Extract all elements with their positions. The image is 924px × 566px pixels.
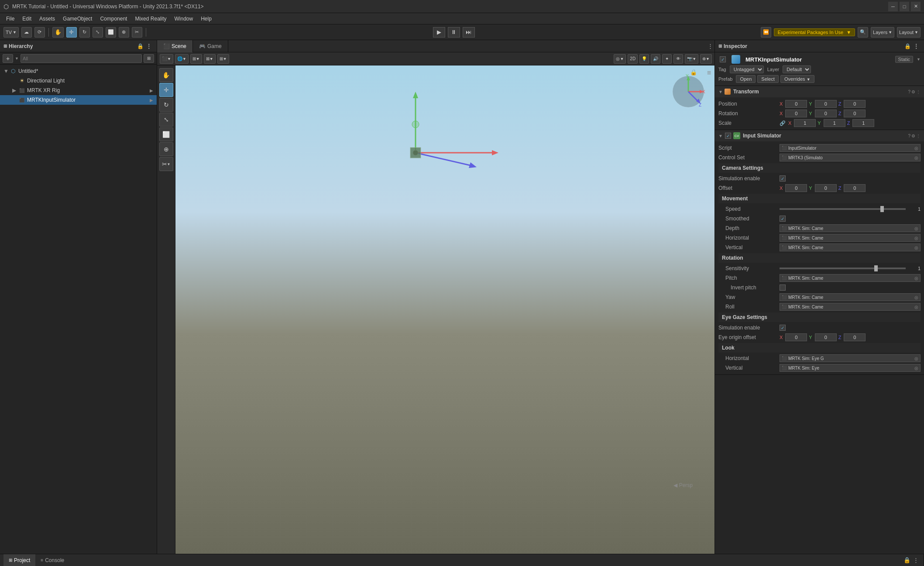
scene-2d-button[interactable]: 2D xyxy=(628,54,638,64)
menu-mixed-reality[interactable]: Mixed Reality xyxy=(131,15,170,23)
side-rect-btn[interactable]: ⬜ xyxy=(159,127,173,141)
static-badge[interactable]: Static xyxy=(895,56,914,63)
scene-fx-button[interactable]: ✦ xyxy=(662,54,672,64)
eye-z-input[interactable] xyxy=(844,333,866,341)
layout-dropdown[interactable]: Layout ▼ xyxy=(897,27,921,38)
static-dropdown-arrow[interactable]: ▼ xyxy=(917,57,921,62)
project-menu-button[interactable]: ⋮ xyxy=(911,556,920,565)
scene-extra-dropdown[interactable]: ⊕ ▼ xyxy=(700,54,712,64)
scene-grid-dropdown[interactable]: ⊞ ▼ xyxy=(217,54,229,64)
close-button[interactable]: ✕ xyxy=(911,2,921,11)
horizontal-link[interactable]: ⬛ MRTK Sim: Came ◎ xyxy=(780,234,921,242)
scene-shading-dropdown[interactable]: ⬛ ▼ xyxy=(160,54,173,64)
look-vert-link[interactable]: ⬛ MRTK Sim: Eye ◎ xyxy=(780,364,921,372)
input-sim-header[interactable]: ▼ C# Input Simulator ? ⚙ ⋮ xyxy=(715,130,924,141)
menu-window[interactable]: Window xyxy=(171,15,196,23)
side-move-btn[interactable]: ✛ xyxy=(159,83,173,97)
side-all-btn[interactable]: ⊕ xyxy=(159,142,173,156)
layers-dropdown[interactable]: Layers ▼ xyxy=(871,27,894,38)
side-custom-btn[interactable]: ✂ ▼ xyxy=(159,157,173,171)
pos-z-input[interactable] xyxy=(844,100,866,108)
play-button[interactable]: ▶ xyxy=(433,27,445,38)
tab-console[interactable]: ≡ Console xyxy=(35,554,69,566)
scene-3d-dropdown[interactable]: 🌐 ▼ xyxy=(175,54,189,64)
transform-move-tool[interactable]: ✛ xyxy=(66,27,77,38)
transform-all-tool[interactable]: ⊕ xyxy=(119,27,129,38)
step-button[interactable]: ⏭ xyxy=(463,27,475,38)
custom-tool[interactable]: ✂ xyxy=(132,27,142,38)
offset-y-input[interactable] xyxy=(815,184,837,192)
scene-snap-dropdown[interactable]: ⊠ ▼ xyxy=(204,54,216,64)
hierarchy-create-button[interactable]: ⊞ xyxy=(144,54,154,63)
transform-more-icon[interactable]: ⋮ xyxy=(916,89,921,94)
undo-history-button[interactable]: ⏪ xyxy=(761,27,771,38)
pause-button[interactable]: ⏸ xyxy=(448,27,460,38)
input-sim-settings-icon[interactable]: ⚙ xyxy=(911,134,915,138)
menu-assets[interactable]: Assets xyxy=(36,15,58,23)
invert-pitch-checkbox[interactable] xyxy=(780,285,786,291)
vertical-link[interactable]: ⬛ MRTK Sim: Came ◎ xyxy=(780,244,921,251)
transform-hand-tool[interactable]: ✋ xyxy=(52,27,64,38)
yaw-link[interactable]: ⬛ MRTK Sim: Came ◎ xyxy=(780,293,921,301)
sim-enable-checkbox[interactable] xyxy=(780,175,786,182)
tree-item-untitled[interactable]: ▼ ⬡ Untitled* xyxy=(0,66,157,76)
roll-link[interactable]: ⬛ MRTK Sim: Came ◎ xyxy=(780,303,921,311)
input-sim-more-icon[interactable]: ⋮ xyxy=(916,134,921,138)
cloud-button[interactable]: ☁ xyxy=(21,27,32,38)
maximize-button[interactable]: □ xyxy=(900,2,909,11)
hierarchy-search-input[interactable] xyxy=(21,54,142,63)
menu-gameobject[interactable]: GameObject xyxy=(59,15,96,23)
tag-select[interactable]: Untagged xyxy=(730,65,764,73)
transform-question-icon[interactable]: ? xyxy=(908,89,910,94)
scene-viewport[interactable]: ◀ Persp Y xyxy=(175,65,714,554)
account-dropdown[interactable]: TV ▼ xyxy=(3,27,19,38)
look-horiz-link[interactable]: ⬛ MRTK Sim: Eye G ◎ xyxy=(780,354,921,362)
object-active-checkbox[interactable] xyxy=(718,55,727,64)
eye-x-input[interactable] xyxy=(785,333,807,341)
depth-link[interactable]: ⬛ MRTK Sim: Came ◎ xyxy=(780,224,921,232)
side-scale-btn[interactable]: ⤡ xyxy=(159,113,173,127)
layer-select[interactable]: Default xyxy=(783,65,811,73)
experimental-packages-button[interactable]: Experimental Packages In Use ▼ xyxy=(774,28,855,36)
rot-x-input[interactable] xyxy=(785,110,807,117)
eye-y-input[interactable] xyxy=(815,333,837,341)
prefab-open-button[interactable]: Open xyxy=(736,75,756,83)
smoothed-checkbox[interactable] xyxy=(780,216,786,222)
tree-item-input-simulator[interactable]: ⬛ MRTKInputSimulator ▶ xyxy=(0,95,157,105)
scene-audio-button[interactable]: 🔊 xyxy=(651,54,660,64)
tab-project[interactable]: ⊞ Project xyxy=(3,554,35,566)
sensitivity-slider[interactable] xyxy=(780,268,906,269)
transform-settings-icon[interactable]: ⚙ xyxy=(911,89,915,94)
search-button[interactable]: 🔍 xyxy=(858,27,868,38)
eye-sim-checkbox[interactable] xyxy=(780,325,786,331)
scene-menu-button[interactable]: ⋮ xyxy=(706,42,714,51)
minimize-button[interactable]: ─ xyxy=(888,2,898,11)
side-rotate-btn[interactable]: ↻ xyxy=(159,98,173,112)
scale-z-input[interactable] xyxy=(852,119,874,127)
scene-hidden-button[interactable]: 👁 xyxy=(673,54,683,64)
object-name[interactable]: MRTKInputSimulator xyxy=(745,56,893,63)
tree-item-directional-light[interactable]: ☀ Directional Light xyxy=(0,76,157,86)
prefab-overrides-button[interactable]: Overrides ▼ xyxy=(780,75,814,83)
scale-y-input[interactable] xyxy=(824,119,845,127)
inspector-lock-button[interactable]: 🔒 xyxy=(903,42,912,51)
transform-rotate-tool[interactable]: ↻ xyxy=(79,27,90,38)
scene-view-toggle[interactable]: ◎ ▼ xyxy=(614,54,626,64)
input-sim-checkbox[interactable] xyxy=(725,133,731,139)
offset-z-input[interactable] xyxy=(844,184,866,192)
pitch-link[interactable]: ⬛ MRTK Sim: Came ◎ xyxy=(780,274,921,282)
side-hand-btn[interactable]: ✋ xyxy=(159,68,173,82)
scene-menu-icon[interactable]: ≡ xyxy=(707,69,711,77)
menu-help[interactable]: Help xyxy=(197,15,215,23)
hierarchy-add-button[interactable]: + xyxy=(3,54,13,63)
inspector-menu-button[interactable]: ⋮ xyxy=(912,42,921,51)
hierarchy-menu-button[interactable]: ⋮ xyxy=(144,42,153,51)
menu-file[interactable]: File xyxy=(3,15,18,23)
input-sim-question-icon[interactable]: ? xyxy=(908,134,910,138)
active-checkbox[interactable] xyxy=(720,56,726,62)
hierarchy-lock-button[interactable]: 🔒 xyxy=(136,42,144,51)
menu-component[interactable]: Component xyxy=(96,15,131,23)
control-set-link[interactable]: ⬛ MRTK3 (Simulato ◎ xyxy=(780,154,921,161)
speed-slider[interactable] xyxy=(780,208,906,210)
scale-x-input[interactable] xyxy=(794,119,816,127)
